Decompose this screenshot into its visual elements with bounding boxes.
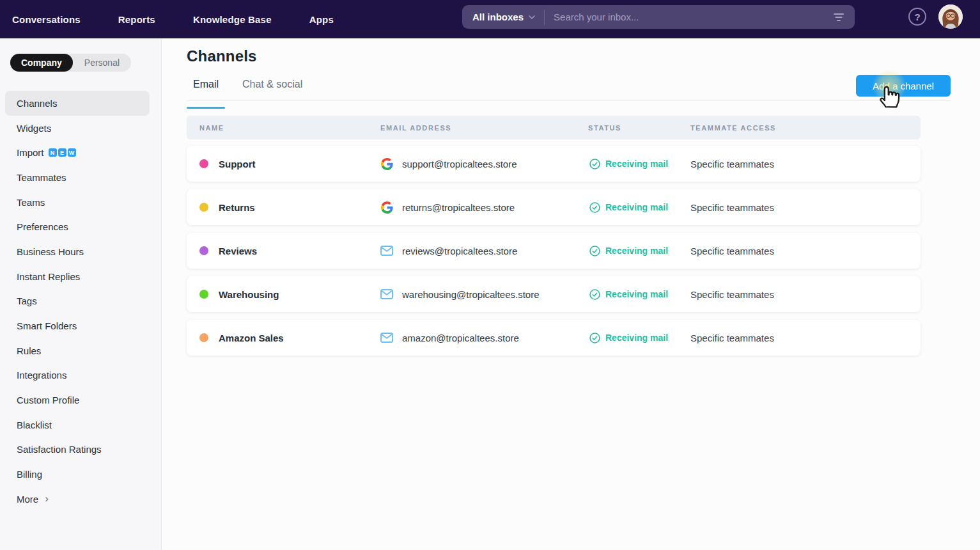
channel-email: support@tropicaltees.store — [402, 159, 517, 169]
sidebar-item-custom-profile[interactable]: Custom Profile — [5, 388, 150, 412]
status-cell: Receiving mail — [588, 202, 690, 213]
check-circle-icon — [589, 333, 600, 343]
channel-name: Returns — [219, 202, 255, 213]
sidebar-item-instant-replies[interactable]: Instant Replies — [5, 264, 150, 289]
channel-color-dot — [199, 333, 208, 342]
sidebar-item-label: More — [17, 494, 38, 505]
status-badge: Receiving mail — [605, 246, 668, 256]
channel-tabs: EmailChat & social — [187, 79, 302, 109]
workspace-toggle: Company Personal — [10, 54, 131, 72]
envelope-icon — [380, 333, 393, 343]
sidebar-item-label: Teams — [17, 197, 45, 208]
channel-name: Support — [219, 159, 256, 169]
status-badge: Receiving mail — [605, 333, 668, 343]
inbox-scope-dropdown[interactable]: All inboxes — [472, 12, 535, 22]
status-badge: Receiving mail — [605, 202, 668, 212]
sidebar-item-label: Custom Profile — [17, 395, 79, 405]
sidebar-item-label: Satisfaction Ratings — [17, 444, 102, 455]
chevron-down-icon — [529, 15, 535, 19]
inbox-scope-label: All inboxes — [472, 12, 524, 22]
sidebar-item-label: Channels — [17, 98, 57, 109]
tab-chat-social[interactable]: Chat & social — [242, 79, 302, 109]
google-icon-wrap — [380, 158, 393, 170]
channel-row-reviews[interactable]: Reviewsreviews@tropicaltees.storeReceivi… — [187, 233, 921, 269]
channel-row-warehousing[interactable]: Warehousingwarehousing@tropicaltees.stor… — [187, 276, 921, 312]
main-nav: Conversations Reports Knowledge Base App… — [12, 0, 334, 38]
sidebar-item-label: Teammates — [17, 172, 66, 183]
sidebar-item-label: Integrations — [17, 370, 66, 381]
nav-apps[interactable]: Apps — [309, 14, 334, 25]
sidebar-item-channels[interactable]: Channels — [5, 91, 150, 116]
sidebar-item-satisfaction-ratings[interactable]: Satisfaction Ratings — [5, 437, 150, 462]
badge-letter: E — [58, 148, 66, 157]
nav-knowledge-base[interactable]: Knowledge Base — [193, 14, 272, 25]
sidebar-item-billing[interactable]: Billing — [5, 462, 150, 487]
check-circle-icon — [589, 246, 600, 256]
sidebar-item-tags[interactable]: Tags — [5, 289, 150, 314]
nav-reports[interactable]: Reports — [118, 14, 155, 25]
name-cell: Support — [199, 159, 380, 169]
channel-row-returns[interactable]: Returnsreturns@tropicaltees.storeReceivi… — [187, 189, 921, 225]
tab-email[interactable]: Email — [187, 79, 225, 109]
email-cell: returns@tropicaltees.store — [380, 201, 588, 214]
name-cell: Amazon Sales — [199, 333, 380, 343]
search-input[interactable] — [554, 12, 833, 22]
avatar-image-icon — [938, 4, 963, 29]
sidebar-item-import[interactable]: ImportNEW — [5, 140, 150, 165]
nav-conversations[interactable]: Conversations — [12, 14, 81, 25]
name-cell: Warehousing — [199, 289, 380, 300]
channel-email: returns@tropicaltees.store — [402, 202, 515, 213]
sidebar-item-label: Widgets — [17, 123, 51, 134]
envelope-icon — [380, 246, 393, 256]
user-avatar[interactable] — [938, 4, 963, 29]
check-circle-icon — [589, 159, 600, 169]
teammate-access: Specific teammates — [690, 333, 774, 343]
access-cell: Specific teammates — [690, 289, 921, 300]
chevron-right-icon: › — [45, 493, 49, 504]
sidebar-item-teams[interactable]: Teams — [5, 190, 150, 215]
search-divider — [544, 10, 545, 25]
sidebar-item-label: Billing — [17, 469, 42, 480]
sidebar-item-preferences[interactable]: Preferences — [5, 214, 150, 239]
check-circle-icon-wrap — [588, 159, 601, 169]
toggle-company[interactable]: Company — [10, 54, 73, 72]
channel-color-dot — [199, 159, 208, 168]
channel-row-amazon-sales[interactable]: Amazon Salesamazon@tropicaltees.storeRec… — [187, 320, 921, 356]
sidebar-item-label: Rules — [17, 345, 41, 356]
channel-name: Reviews — [219, 246, 257, 256]
sidebar-item-blacklist[interactable]: Blacklist — [5, 412, 150, 437]
badge-letter: W — [68, 148, 76, 157]
sidebar-item-label: Tags — [17, 295, 37, 306]
add-channel-button[interactable]: Add a channel — [856, 75, 951, 97]
envelope-icon — [380, 289, 393, 299]
help-button[interactable]: ? — [908, 8, 926, 26]
sidebar-item-label: Business Hours — [17, 246, 84, 257]
badge-letter: N — [49, 148, 57, 157]
new-badge: NEW — [49, 148, 76, 157]
sidebar-item-more[interactable]: More› — [5, 487, 150, 512]
teammate-access: Specific teammates — [690, 159, 774, 169]
check-circle-icon — [589, 289, 600, 300]
google-icon-wrap — [380, 201, 393, 214]
check-circle-icon-wrap — [588, 246, 601, 256]
name-cell: Reviews — [199, 246, 380, 256]
status-badge: Receiving mail — [605, 159, 668, 169]
sidebar-item-business-hours[interactable]: Business Hours — [5, 239, 150, 264]
channel-row-support[interactable]: Supportsupport@tropicaltees.storeReceivi… — [187, 146, 921, 182]
sidebar-item-rules[interactable]: Rules — [5, 338, 150, 363]
sidebar-item-smart-folders[interactable]: Smart Folders — [5, 313, 150, 338]
channels-page: Channels EmailChat & social Add a channe… — [162, 38, 980, 550]
check-circle-icon-wrap — [588, 202, 601, 213]
toggle-personal[interactable]: Personal — [73, 58, 131, 68]
access-cell: Specific teammates — [690, 202, 921, 213]
google-icon — [381, 158, 393, 170]
sidebar-item-integrations[interactable]: Integrations — [5, 363, 150, 388]
filter-icon[interactable] — [833, 13, 844, 22]
sidebar-item-widgets[interactable]: Widgets — [5, 116, 150, 141]
sidebar-item-teammates[interactable]: Teammates — [5, 165, 150, 190]
channel-color-dot — [199, 203, 208, 212]
sidebar-item-label: Instant Replies — [17, 271, 80, 282]
teammate-access: Specific teammates — [690, 289, 774, 300]
status-cell: Receiving mail — [588, 289, 690, 300]
tabs-divider — [187, 100, 951, 101]
